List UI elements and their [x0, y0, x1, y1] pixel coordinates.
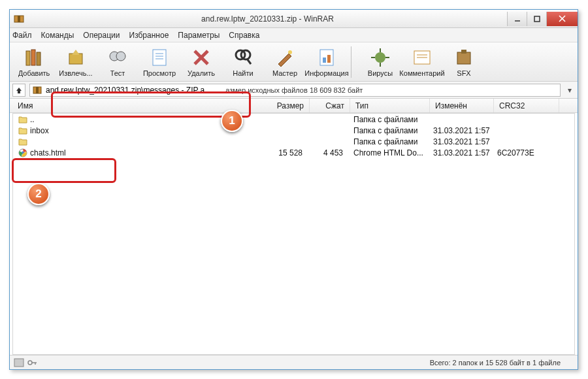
tb-wizard[interactable]: Мастер	[265, 44, 305, 80]
address-field[interactable]: and.rew.Iptw_20210331.zip\messages - ZIP…	[29, 84, 561, 97]
svg-point-40	[28, 361, 32, 365]
tb-comment[interactable]: Комментарий	[402, 44, 442, 80]
tb-delete[interactable]: Удалить	[181, 44, 221, 80]
svg-rect-9	[69, 54, 82, 64]
svg-rect-1	[18, 16, 20, 22]
svg-rect-33	[457, 52, 470, 64]
svg-point-25	[375, 52, 385, 63]
tb-view[interactable]: Просмотр	[139, 44, 180, 80]
extract-icon	[65, 47, 86, 68]
svg-rect-39	[14, 359, 24, 367]
tb-virus[interactable]: Вирусы	[360, 44, 400, 80]
toolbar: Добавить Извлечь... Тест Просмотр Удалит…	[10, 42, 578, 82]
archive-icon	[33, 86, 42, 95]
tb-find[interactable]: Найти	[223, 44, 263, 80]
delete-icon	[191, 47, 212, 68]
menu-options[interactable]: Параметры	[178, 31, 220, 40]
wizard-icon	[274, 47, 295, 68]
tb-test[interactable]: Тест	[97, 44, 138, 80]
svg-rect-22	[320, 50, 333, 65]
menu-commands[interactable]: Команды	[41, 31, 74, 40]
status-icons	[14, 358, 37, 367]
window-title: and.rew.Iptw_20210331.zip - WinRAR	[28, 14, 507, 24]
tb-extract[interactable]: Извлечь...	[56, 44, 96, 80]
svg-rect-36	[36, 87, 39, 93]
row-inbox[interactable]: inbox Папка с файлами 31.03.2021 1:57	[13, 125, 574, 136]
column-headers: Имя Размер Сжат Тип Изменён CRC32	[10, 99, 578, 113]
col-size[interactable]: Размер	[250, 99, 310, 112]
chrome-icon	[18, 148, 27, 157]
svg-rect-34	[461, 50, 466, 54]
folder-icon	[18, 137, 27, 146]
sfx-icon	[453, 47, 474, 68]
window-buttons	[507, 12, 578, 26]
file-list: .. Папка с файлами inbox Папка с файлами…	[12, 113, 575, 355]
col-modified[interactable]: Изменён	[430, 99, 494, 112]
row-folder-hidden[interactable]: Папка с файлами 31.03.2021 1:57	[13, 136, 574, 147]
folder-icon	[18, 126, 27, 135]
tb-add[interactable]: Добавить	[14, 44, 54, 80]
svg-point-11	[116, 52, 125, 61]
test-icon	[107, 47, 128, 68]
books-icon	[24, 47, 44, 68]
find-icon	[233, 47, 253, 68]
svg-rect-3	[534, 16, 540, 22]
menubar: Файл Команды Операции Избранное Параметр…	[10, 28, 578, 42]
chevron-down-icon[interactable]: ▾	[564, 86, 575, 95]
menu-help[interactable]: Справка	[229, 31, 259, 40]
row-parent[interactable]: .. Папка с файлами	[13, 114, 574, 125]
close-button[interactable]	[546, 12, 578, 26]
comment-icon	[412, 47, 433, 68]
view-icon	[149, 47, 170, 68]
maximize-button[interactable]	[527, 12, 546, 26]
folder-icon	[18, 115, 27, 124]
svg-rect-24	[327, 55, 331, 63]
virus-icon	[370, 47, 391, 68]
tb-info[interactable]: Информация	[306, 44, 347, 80]
svg-rect-7	[31, 50, 35, 65]
address-sizeinfo: азмер исходных файлов 18 609 832 байт	[225, 86, 363, 94]
up-arrow-icon	[15, 86, 23, 94]
statusbar: Всего: 2 папок и 15 528 байт в 1 файле	[10, 355, 578, 369]
disk-icon	[14, 358, 24, 367]
menu-favorites[interactable]: Избранное	[129, 31, 169, 40]
toolbar-separator	[351, 46, 356, 78]
menu-operations[interactable]: Операции	[83, 31, 120, 40]
col-crc[interactable]: CRC32	[494, 99, 559, 112]
address-path: and.rew.Iptw_20210331.zip\messages - ZIP…	[46, 86, 204, 95]
status-summary: Всего: 2 папок и 15 528 байт в 1 файле	[37, 359, 574, 367]
tb-sfx[interactable]: SFX	[444, 44, 484, 80]
minimize-button[interactable]	[507, 12, 527, 26]
titlebar: and.rew.Iptw_20210331.zip - WinRAR	[10, 10, 578, 28]
svg-rect-23	[323, 58, 326, 63]
app-icon	[14, 14, 24, 24]
app-window: and.rew.Iptw_20210331.zip - WinRAR Файл …	[9, 9, 578, 370]
menu-file[interactable]: Файл	[12, 31, 32, 40]
svg-rect-12	[153, 50, 166, 65]
col-type[interactable]: Тип	[350, 99, 430, 112]
up-button[interactable]	[12, 84, 25, 97]
svg-line-20	[247, 59, 251, 64]
key-icon	[27, 358, 37, 367]
svg-rect-8	[37, 52, 41, 65]
col-packed[interactable]: Сжат	[310, 99, 350, 112]
row-chats-html[interactable]: chats.html 15 528 4 453 Chrome HTML Do..…	[13, 147, 574, 158]
svg-rect-6	[26, 51, 30, 65]
info-icon	[316, 47, 337, 68]
address-bar: and.rew.Iptw_20210331.zip\messages - ZIP…	[10, 82, 578, 99]
svg-point-21	[288, 50, 292, 54]
col-name[interactable]: Имя	[12, 99, 250, 112]
